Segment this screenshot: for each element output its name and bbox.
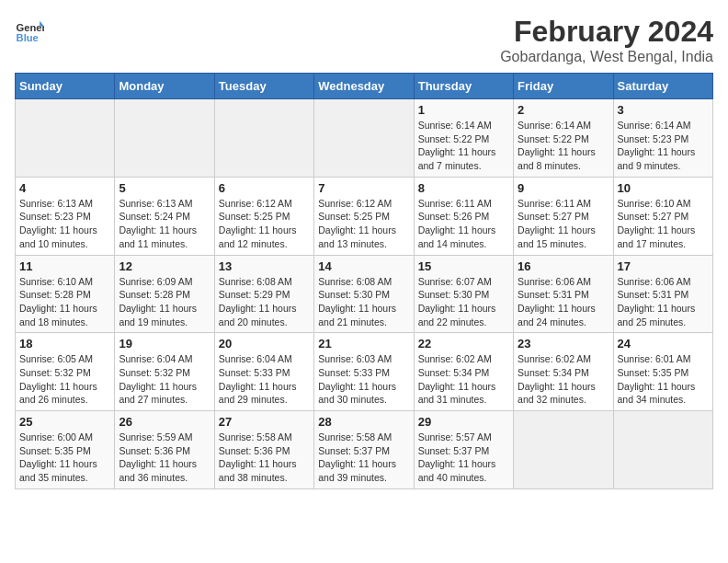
calendar-cell: 28Sunrise: 5:58 AM Sunset: 5:37 PM Dayli… bbox=[314, 411, 414, 489]
day-number: 25 bbox=[19, 415, 110, 429]
calendar-cell: 8Sunrise: 6:11 AM Sunset: 5:26 PM Daylig… bbox=[414, 177, 513, 255]
calendar-cell bbox=[314, 99, 414, 178]
day-number: 24 bbox=[618, 337, 709, 350]
day-info: Sunrise: 6:05 AM Sunset: 5:32 PM Dayligh… bbox=[19, 352, 110, 407]
calendar-cell bbox=[16, 99, 115, 178]
day-of-week-header: Monday bbox=[115, 74, 214, 99]
location-subtitle: Gobardanga, West Bengal, India bbox=[500, 49, 713, 65]
title-area: February 2024 Gobardanga, West Bengal, I… bbox=[500, 15, 713, 65]
calendar-cell: 24Sunrise: 6:01 AM Sunset: 5:35 PM Dayli… bbox=[613, 333, 712, 411]
day-of-week-header: Wednesday bbox=[314, 74, 414, 99]
day-info: Sunrise: 5:58 AM Sunset: 5:37 PM Dayligh… bbox=[318, 431, 409, 485]
day-info: Sunrise: 6:12 AM Sunset: 5:25 PM Dayligh… bbox=[318, 197, 409, 251]
calendar-cell: 11Sunrise: 6:10 AM Sunset: 5:28 PM Dayli… bbox=[16, 255, 115, 333]
calendar-cell: 26Sunrise: 5:59 AM Sunset: 5:36 PM Dayli… bbox=[115, 411, 214, 489]
day-info: Sunrise: 6:08 AM Sunset: 5:29 PM Dayligh… bbox=[219, 275, 310, 329]
calendar-cell: 25Sunrise: 6:00 AM Sunset: 5:35 PM Dayli… bbox=[16, 411, 115, 489]
calendar-cell: 23Sunrise: 6:02 AM Sunset: 5:34 PM Dayli… bbox=[514, 333, 613, 411]
page-header: General Blue February 2024 Gobardanga, W… bbox=[15, 15, 713, 65]
day-number: 29 bbox=[418, 415, 509, 429]
month-year-title: February 2024 bbox=[500, 15, 713, 49]
calendar-cell bbox=[115, 99, 214, 178]
day-info: Sunrise: 6:13 AM Sunset: 5:23 PM Dayligh… bbox=[19, 197, 110, 251]
day-info: Sunrise: 5:59 AM Sunset: 5:36 PM Dayligh… bbox=[119, 431, 210, 485]
day-of-week-header: Sunday bbox=[16, 74, 115, 99]
calendar-cell: 4Sunrise: 6:13 AM Sunset: 5:23 PM Daylig… bbox=[16, 177, 115, 255]
day-number: 11 bbox=[19, 259, 110, 273]
day-info: Sunrise: 6:14 AM Sunset: 5:22 PM Dayligh… bbox=[518, 119, 609, 173]
day-of-week-header: Saturday bbox=[613, 74, 712, 99]
day-number: 19 bbox=[119, 337, 210, 350]
calendar-cell: 1Sunrise: 6:14 AM Sunset: 5:22 PM Daylig… bbox=[414, 99, 513, 178]
day-number: 3 bbox=[618, 103, 709, 117]
calendar-header: SundayMondayTuesdayWednesdayThursdayFrid… bbox=[16, 74, 713, 99]
day-number: 17 bbox=[618, 259, 709, 273]
calendar-cell: 6Sunrise: 6:12 AM Sunset: 5:25 PM Daylig… bbox=[214, 177, 313, 255]
day-info: Sunrise: 6:02 AM Sunset: 5:34 PM Dayligh… bbox=[418, 352, 509, 407]
calendar-cell bbox=[214, 99, 313, 178]
header-row: SundayMondayTuesdayWednesdayThursdayFrid… bbox=[16, 74, 713, 99]
calendar-cell: 19Sunrise: 6:04 AM Sunset: 5:32 PM Dayli… bbox=[115, 333, 214, 411]
calendar-cell: 14Sunrise: 6:08 AM Sunset: 5:30 PM Dayli… bbox=[314, 255, 414, 333]
day-number: 23 bbox=[518, 337, 609, 350]
day-number: 26 bbox=[119, 415, 210, 429]
calendar-cell: 15Sunrise: 6:07 AM Sunset: 5:30 PM Dayli… bbox=[414, 255, 513, 333]
day-number: 14 bbox=[318, 259, 409, 273]
day-number: 9 bbox=[518, 181, 609, 195]
calendar-cell: 9Sunrise: 6:11 AM Sunset: 5:27 PM Daylig… bbox=[514, 177, 613, 255]
calendar-cell: 21Sunrise: 6:03 AM Sunset: 5:33 PM Dayli… bbox=[314, 333, 414, 411]
day-info: Sunrise: 6:04 AM Sunset: 5:33 PM Dayligh… bbox=[219, 352, 310, 407]
logo-icon: General Blue bbox=[15, 15, 44, 44]
day-number: 22 bbox=[418, 337, 509, 350]
day-number: 16 bbox=[518, 259, 609, 273]
day-number: 28 bbox=[318, 415, 409, 429]
day-info: Sunrise: 5:57 AM Sunset: 5:37 PM Dayligh… bbox=[418, 431, 509, 485]
day-info: Sunrise: 6:10 AM Sunset: 5:27 PM Dayligh… bbox=[618, 197, 709, 251]
day-number: 6 bbox=[219, 181, 310, 195]
calendar-cell: 18Sunrise: 6:05 AM Sunset: 5:32 PM Dayli… bbox=[16, 333, 115, 411]
day-info: Sunrise: 6:14 AM Sunset: 5:23 PM Dayligh… bbox=[618, 119, 709, 173]
day-info: Sunrise: 6:11 AM Sunset: 5:26 PM Dayligh… bbox=[418, 197, 509, 251]
calendar-cell: 16Sunrise: 6:06 AM Sunset: 5:31 PM Dayli… bbox=[514, 255, 613, 333]
day-info: Sunrise: 6:12 AM Sunset: 5:25 PM Dayligh… bbox=[219, 197, 310, 251]
day-info: Sunrise: 6:04 AM Sunset: 5:32 PM Dayligh… bbox=[119, 352, 210, 407]
calendar-week-row: 4Sunrise: 6:13 AM Sunset: 5:23 PM Daylig… bbox=[16, 177, 713, 255]
calendar-cell: 22Sunrise: 6:02 AM Sunset: 5:34 PM Dayli… bbox=[414, 333, 513, 411]
day-number: 5 bbox=[119, 181, 210, 195]
day-info: Sunrise: 6:08 AM Sunset: 5:30 PM Dayligh… bbox=[318, 275, 409, 329]
day-number: 18 bbox=[19, 337, 110, 350]
day-info: Sunrise: 6:00 AM Sunset: 5:35 PM Dayligh… bbox=[19, 431, 110, 485]
day-info: Sunrise: 6:13 AM Sunset: 5:24 PM Dayligh… bbox=[119, 197, 210, 251]
calendar-cell: 2Sunrise: 6:14 AM Sunset: 5:22 PM Daylig… bbox=[514, 99, 613, 178]
day-number: 10 bbox=[618, 181, 709, 195]
day-info: Sunrise: 6:07 AM Sunset: 5:30 PM Dayligh… bbox=[418, 275, 509, 329]
calendar-cell: 3Sunrise: 6:14 AM Sunset: 5:23 PM Daylig… bbox=[613, 99, 712, 178]
day-info: Sunrise: 6:14 AM Sunset: 5:22 PM Dayligh… bbox=[418, 119, 509, 173]
calendar-cell: 7Sunrise: 6:12 AM Sunset: 5:25 PM Daylig… bbox=[314, 177, 414, 255]
calendar-cell bbox=[613, 411, 712, 489]
calendar-cell: 20Sunrise: 6:04 AM Sunset: 5:33 PM Dayli… bbox=[214, 333, 313, 411]
calendar-cell bbox=[514, 411, 613, 489]
day-number: 27 bbox=[219, 415, 310, 429]
day-info: Sunrise: 5:58 AM Sunset: 5:36 PM Dayligh… bbox=[219, 431, 310, 485]
day-info: Sunrise: 6:06 AM Sunset: 5:31 PM Dayligh… bbox=[518, 275, 609, 329]
day-number: 2 bbox=[518, 103, 609, 117]
calendar-week-row: 1Sunrise: 6:14 AM Sunset: 5:22 PM Daylig… bbox=[16, 99, 713, 178]
day-info: Sunrise: 6:02 AM Sunset: 5:34 PM Dayligh… bbox=[518, 352, 609, 407]
day-number: 21 bbox=[318, 337, 409, 350]
logo: General Blue bbox=[15, 15, 44, 44]
day-of-week-header: Friday bbox=[514, 74, 613, 99]
day-info: Sunrise: 6:03 AM Sunset: 5:33 PM Dayligh… bbox=[318, 352, 409, 407]
calendar-cell: 10Sunrise: 6:10 AM Sunset: 5:27 PM Dayli… bbox=[613, 177, 712, 255]
calendar-cell: 29Sunrise: 5:57 AM Sunset: 5:37 PM Dayli… bbox=[414, 411, 513, 489]
day-number: 8 bbox=[418, 181, 509, 195]
day-number: 13 bbox=[219, 259, 310, 273]
day-of-week-header: Tuesday bbox=[214, 74, 313, 99]
day-info: Sunrise: 6:10 AM Sunset: 5:28 PM Dayligh… bbox=[19, 275, 110, 329]
day-number: 1 bbox=[418, 103, 509, 117]
day-number: 12 bbox=[119, 259, 210, 273]
day-info: Sunrise: 6:09 AM Sunset: 5:28 PM Dayligh… bbox=[119, 275, 210, 329]
calendar-week-row: 11Sunrise: 6:10 AM Sunset: 5:28 PM Dayli… bbox=[16, 255, 713, 333]
day-number: 7 bbox=[318, 181, 409, 195]
calendar-week-row: 25Sunrise: 6:00 AM Sunset: 5:35 PM Dayli… bbox=[16, 411, 713, 489]
